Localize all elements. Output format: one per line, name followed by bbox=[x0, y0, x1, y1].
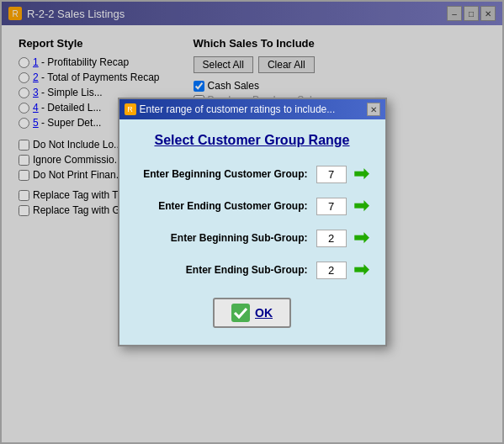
beginning-customer-group-label: Enter Beginning Customer Group: bbox=[136, 168, 316, 180]
arrow-4: ➡ bbox=[353, 259, 369, 281]
dialog-overlay: R Enter range of customer ratings to inc… bbox=[2, 2, 502, 442]
beginning-customer-group-field: Enter Beginning Customer Group: ➡ bbox=[136, 163, 369, 185]
beginning-subgroup-field: Enter Beginning Sub-Group: ➡ bbox=[136, 227, 369, 249]
beginning-subgroup-label: Enter Beginning Sub-Group: bbox=[136, 232, 316, 244]
ok-label: OK bbox=[255, 306, 273, 320]
dialog-body: Select Customer Group Range Enter Beginn… bbox=[119, 119, 385, 345]
ending-customer-group-field: Enter Ending Customer Group: ➡ bbox=[136, 195, 369, 217]
dialog-title-bar: R Enter range of customer ratings to inc… bbox=[119, 99, 385, 119]
main-window: R R-2-2 Sales Listings – □ ✕ Report Styl… bbox=[0, 0, 504, 444]
dialog-icon: R bbox=[125, 103, 136, 115]
ok-check-icon bbox=[231, 304, 250, 322]
customer-group-dialog: R Enter range of customer ratings to inc… bbox=[118, 98, 387, 346]
arrow-1: ➡ bbox=[353, 163, 369, 185]
arrow-2: ➡ bbox=[353, 195, 369, 217]
dialog-title-text: Enter range of customer ratings to inclu… bbox=[140, 103, 336, 115]
ending-subgroup-input[interactable] bbox=[316, 262, 347, 279]
dialog-close-button[interactable]: ✕ bbox=[367, 103, 380, 116]
ending-subgroup-label: Enter Ending Sub-Group: bbox=[136, 264, 316, 276]
dialog-ok-row: OK bbox=[136, 298, 369, 328]
beginning-subgroup-input[interactable] bbox=[316, 230, 347, 247]
ending-customer-group-label: Enter Ending Customer Group: bbox=[136, 200, 316, 212]
dialog-heading: Select Customer Group Range bbox=[136, 133, 369, 148]
svg-rect-4 bbox=[231, 304, 250, 322]
ok-button[interactable]: OK bbox=[213, 298, 291, 328]
arrow-3: ➡ bbox=[353, 227, 369, 249]
beginning-customer-group-input[interactable] bbox=[316, 166, 347, 183]
ending-customer-group-input[interactable] bbox=[316, 198, 347, 215]
ending-subgroup-field: Enter Ending Sub-Group: ➡ bbox=[136, 259, 369, 281]
